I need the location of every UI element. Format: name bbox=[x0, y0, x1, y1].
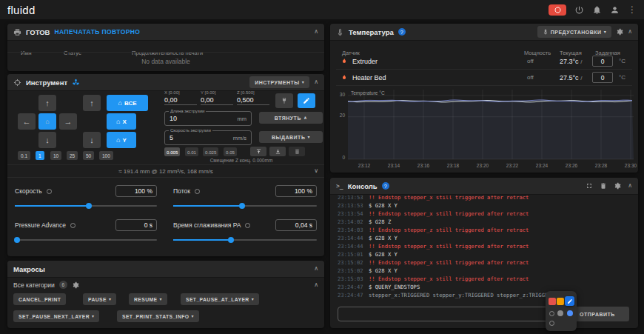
macro-resume[interactable]: RESUME▾ bbox=[129, 293, 167, 305]
help-icon[interactable]: ? bbox=[382, 182, 389, 190]
collapse-icon[interactable]: ∧ bbox=[314, 282, 318, 288]
collapse-icon[interactable]: ∧ bbox=[628, 183, 632, 189]
extrusion-summary[interactable]: ≈ 191.4 mm @ 12 mm³/s, 168 mm/s ∨ bbox=[7, 164, 324, 178]
popup-red-app-icon[interactable] bbox=[549, 298, 556, 305]
fan-icon[interactable] bbox=[72, 79, 80, 87]
coord-x[interactable]: X [0.00] 0,00 bbox=[164, 90, 197, 105]
retract-button[interactable]: ВТЯНУТЬ∧ bbox=[259, 112, 323, 124]
jog-z-plus-button[interactable]: ↑ bbox=[83, 95, 101, 111]
trash-icon[interactable] bbox=[600, 182, 607, 190]
slider-thumb[interactable] bbox=[14, 237, 20, 243]
heater-row-bed[interactable]: Heater Bed off 27.5°c / °C bbox=[336, 70, 632, 86]
emergency-stop-button[interactable] bbox=[549, 4, 566, 16]
home-xy-button[interactable]: ⌂ bbox=[38, 113, 56, 130]
console-card-title: Консоль bbox=[348, 182, 378, 190]
extrude-speed-field[interactable]: Скорость экструзии mm/s bbox=[164, 130, 252, 145]
pa-value-input[interactable]: 0 s bbox=[115, 219, 157, 231]
heater-target-input[interactable] bbox=[592, 56, 613, 67]
jog-step-1[interactable]: 1 bbox=[36, 151, 44, 160]
flow-value-input[interactable]: 100 % bbox=[275, 185, 317, 197]
jog-z-minus-button[interactable]: ↓ bbox=[83, 132, 101, 148]
jog-step-0.1[interactable]: 0.1 bbox=[18, 151, 30, 160]
heater-target-input[interactable] bbox=[592, 72, 613, 83]
home-all-button[interactable]: ⌂ВСЕ bbox=[107, 95, 148, 111]
overflow-menu-icon[interactable]: ⋮ bbox=[628, 5, 637, 14]
tools-dropdown-button[interactable]: ИНСТРУМЕНТЫ▾ bbox=[249, 76, 309, 88]
position-edit-button[interactable] bbox=[298, 93, 315, 108]
thermometer-icon bbox=[336, 28, 344, 36]
coord-y[interactable]: Y [0.00] 0,00 bbox=[201, 90, 233, 105]
reset-icon[interactable] bbox=[47, 189, 52, 194]
popup-tool-icon[interactable] bbox=[549, 321, 554, 326]
user-account-icon[interactable] bbox=[610, 5, 620, 15]
collapse-icon[interactable]: ∧ bbox=[314, 29, 318, 35]
popup-bulb-icon[interactable] bbox=[567, 310, 573, 316]
slider-thumb[interactable] bbox=[239, 203, 245, 209]
jog-y-minus-button[interactable]: ↓ bbox=[38, 132, 56, 148]
z-step-0.005[interactable]: 0.005 bbox=[164, 147, 180, 156]
jog-step-25[interactable]: 25 bbox=[67, 151, 78, 160]
z-offset-up-button[interactable] bbox=[250, 147, 266, 156]
heater-row-extruder[interactable]: Extruder off 27.3°c / °C bbox=[336, 53, 632, 70]
collapse-icon[interactable]: ∧ bbox=[314, 79, 318, 85]
reset-icon[interactable] bbox=[195, 189, 200, 194]
z-offset-clear-button[interactable] bbox=[289, 147, 305, 156]
gear-icon[interactable] bbox=[614, 182, 621, 190]
macro-category-label[interactable]: Все категории bbox=[13, 281, 55, 289]
collapse-icon[interactable]: ∧ bbox=[628, 29, 632, 35]
slider-track[interactable] bbox=[15, 205, 157, 207]
macro-set-pause-next-layer[interactable]: SET_PAUSE_NEXT_LAYER▾ bbox=[13, 310, 99, 322]
home-icon: ⌂ bbox=[45, 118, 49, 125]
reset-icon[interactable] bbox=[245, 223, 250, 228]
z-offset-down-button[interactable] bbox=[269, 147, 286, 156]
xtick: 23:24 bbox=[531, 163, 552, 168]
reprint-button[interactable]: НАПЕЧАТАТЬ ПОВТОРНО bbox=[54, 28, 140, 36]
console-log[interactable]: 23:13:53!! Endstop stepper_x still trigg… bbox=[338, 196, 628, 299]
console-input-field[interactable] bbox=[338, 307, 560, 321]
macro-cancel-print[interactable]: CANCEL_PRINT bbox=[13, 293, 66, 305]
motors-off-button[interactable] bbox=[275, 93, 293, 108]
z-step-0.025[interactable]: 0.025 bbox=[203, 147, 218, 156]
macro-set-pause-at-layer[interactable]: SET_PAUSE_AT_LAYER▾ bbox=[181, 293, 259, 305]
speed-value-input[interactable]: 100 % bbox=[115, 185, 157, 197]
expand-icon[interactable] bbox=[586, 182, 593, 190]
help-icon[interactable]: ? bbox=[398, 28, 406, 36]
slider-track[interactable] bbox=[173, 239, 317, 241]
extrude-length-field[interactable]: Длина экструзии mm bbox=[164, 111, 252, 126]
jog-y-plus-button[interactable]: ↑ bbox=[38, 95, 56, 111]
jog-x-plus-button[interactable]: → bbox=[59, 113, 77, 130]
z-step-0.05[interactable]: 0.05 bbox=[224, 147, 237, 156]
extrude-length-input[interactable] bbox=[170, 115, 235, 122]
jog-step-50[interactable]: 50 bbox=[83, 151, 94, 160]
reset-icon[interactable] bbox=[70, 223, 76, 228]
slider-thumb[interactable] bbox=[228, 237, 234, 243]
gear-icon[interactable] bbox=[616, 28, 623, 36]
notifications-bell-icon[interactable] bbox=[592, 5, 602, 15]
jog-step-100[interactable]: 100 bbox=[99, 151, 113, 160]
macro-set-print-stats-info[interactable]: SET_PRINT_STATS_INFO▾ bbox=[117, 310, 199, 322]
status-card: ГОТОВ НАПЕЧАТАТЬ ПОВТОРНО ∧ Имя Статус П… bbox=[7, 24, 324, 71]
jog-x-minus-button[interactable]: ← bbox=[18, 113, 36, 130]
popup-edit-pen-icon[interactable] bbox=[565, 296, 574, 306]
popup-tool-icon[interactable] bbox=[557, 310, 563, 316]
coord-z[interactable]: Z [0.500] 0,500 bbox=[237, 90, 269, 105]
slider-thumb[interactable] bbox=[86, 203, 92, 209]
host-power-icon[interactable] bbox=[574, 5, 584, 15]
macro-pause[interactable]: PAUSE▾ bbox=[83, 293, 116, 305]
gear-icon[interactable] bbox=[72, 281, 79, 289]
slider-track[interactable] bbox=[173, 205, 317, 207]
collapse-icon[interactable]: ∧ bbox=[314, 266, 318, 272]
home-x-button[interactable]: ⌂X bbox=[107, 113, 136, 130]
extrude-speed-input[interactable] bbox=[170, 134, 230, 141]
extrude-button[interactable]: ВЫДАВИТЬ▾ bbox=[259, 131, 323, 143]
app-logo[interactable]: fluidd bbox=[7, 4, 36, 16]
console-command-input[interactable] bbox=[343, 310, 554, 318]
slider-track[interactable] bbox=[15, 239, 157, 241]
z-step-0.01[interactable]: 0.01 bbox=[185, 147, 198, 156]
popup-orange-app-icon[interactable] bbox=[557, 298, 564, 305]
presets-dropdown-button[interactable]: ПРЕДУСТАНОВКИ▾ bbox=[537, 26, 611, 38]
home-y-button[interactable]: ⌂Y bbox=[107, 132, 136, 148]
pa-smooth-value-input[interactable]: 0,04 s bbox=[275, 219, 317, 231]
jog-step-10[interactable]: 10 bbox=[50, 151, 61, 160]
popup-tool-icon[interactable] bbox=[549, 311, 554, 316]
